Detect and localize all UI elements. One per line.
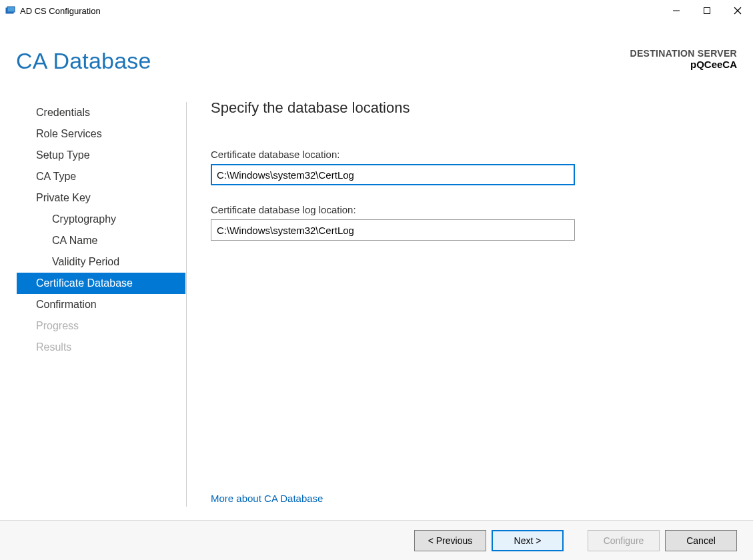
sidebar-item-setup-type[interactable]: Setup Type <box>0 145 187 166</box>
db-log-location-input[interactable] <box>211 219 575 241</box>
minimize-button[interactable] <box>661 0 692 21</box>
sidebar-item-cryptography[interactable]: Cryptography <box>0 209 187 230</box>
app-icon <box>5 5 16 16</box>
help-link[interactable]: More about CA Database <box>211 493 726 504</box>
close-button[interactable] <box>722 0 753 21</box>
sidebar-item-results: Results <box>0 337 187 358</box>
maximize-button[interactable] <box>692 0 722 21</box>
sidebar-item-ca-type[interactable]: CA Type <box>0 166 187 187</box>
destination-server-label: DESTINATION SERVER <box>630 48 737 59</box>
wizard-main: Specify the database locations Certifica… <box>187 95 753 520</box>
sidebar-item-validity-period[interactable]: Validity Period <box>0 251 187 273</box>
destination-server-value: pQCeeCA <box>630 59 737 70</box>
configure-button[interactable]: Configure <box>588 530 660 551</box>
sidebar-item-certificate-database[interactable]: Certificate Database <box>17 273 185 294</box>
next-button[interactable]: Next > <box>492 530 564 551</box>
sidebar-divider <box>186 102 187 507</box>
wizard-header: CA Database DESTINATION SERVER pQCeeCA <box>0 21 753 86</box>
svg-rect-3 <box>704 8 710 14</box>
title-bar: AD CS Configuration <box>0 0 753 21</box>
db-location-label: Certificate database location: <box>211 149 726 160</box>
sidebar-item-private-key[interactable]: Private Key <box>0 187 187 209</box>
main-heading: Specify the database locations <box>211 99 726 117</box>
sidebar-item-progress: Progress <box>0 315 187 337</box>
cancel-button[interactable]: Cancel <box>665 530 737 551</box>
page-title: CA Database <box>16 48 151 74</box>
wizard-footer: < Previous Next > Configure Cancel <box>0 520 753 560</box>
db-location-input[interactable] <box>211 164 575 185</box>
sidebar-item-confirmation[interactable]: Confirmation <box>0 294 187 315</box>
window-title: AD CS Configuration <box>20 6 661 16</box>
svg-rect-1 <box>7 7 15 12</box>
sidebar-item-role-services[interactable]: Role Services <box>0 123 187 145</box>
wizard-sidebar: CredentialsRole ServicesSetup TypeCA Typ… <box>0 95 187 520</box>
sidebar-item-credentials[interactable]: Credentials <box>0 102 187 123</box>
db-log-location-label: Certificate database log location: <box>211 204 726 215</box>
sidebar-item-ca-name[interactable]: CA Name <box>0 230 187 251</box>
previous-button[interactable]: < Previous <box>414 530 486 551</box>
